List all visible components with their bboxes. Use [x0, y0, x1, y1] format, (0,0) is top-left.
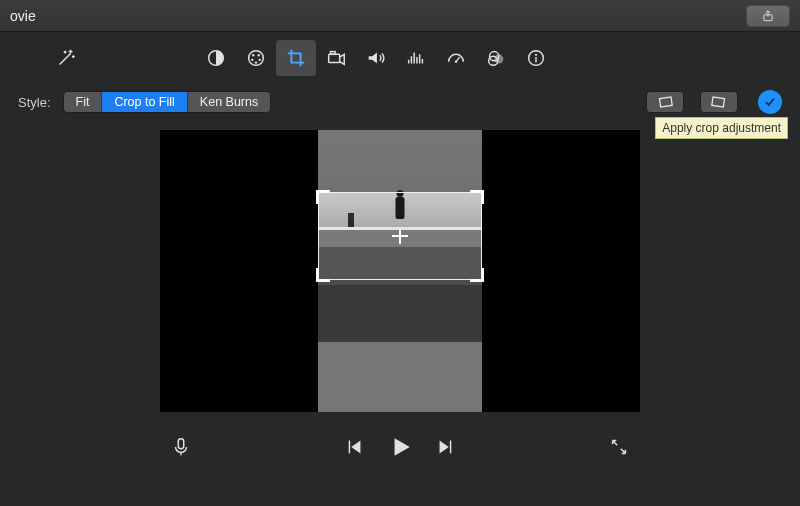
voiceover-button[interactable]	[170, 436, 192, 458]
microphone-icon	[170, 436, 192, 458]
overlap-circles-icon	[485, 47, 507, 69]
speed-button[interactable]	[436, 40, 476, 76]
svg-point-10	[455, 60, 457, 62]
titlebar: ovie	[0, 0, 800, 32]
adjustments-toolbar	[0, 32, 800, 84]
camera-icon	[325, 47, 347, 69]
crop-button[interactable]	[276, 40, 316, 76]
crop-rectangle[interactable]	[318, 192, 482, 280]
magic-wand-button[interactable]	[46, 40, 86, 76]
svg-point-3	[252, 54, 254, 56]
filters-button[interactable]	[476, 40, 516, 76]
svg-point-15	[535, 54, 537, 56]
crop-center-crosshair	[392, 228, 408, 244]
style-label: Style:	[18, 95, 51, 110]
crop-icon	[285, 47, 307, 69]
info-button[interactable]	[516, 40, 556, 76]
rotate-cw-button[interactable]	[700, 91, 738, 113]
rotate-ccw-icon	[655, 95, 675, 109]
fullscreen-button[interactable]	[608, 436, 630, 458]
crop-handle-bottom-left[interactable]	[316, 268, 330, 282]
skip-back-button[interactable]	[343, 436, 365, 458]
svg-rect-17	[712, 97, 725, 107]
checkmark-icon	[763, 95, 777, 109]
svg-rect-16	[659, 97, 672, 107]
svg-rect-8	[329, 54, 340, 62]
stabilize-button[interactable]	[316, 40, 356, 76]
style-option-fit[interactable]: Fit	[64, 92, 103, 112]
svg-rect-9	[331, 52, 336, 55]
crop-handle-top-left[interactable]	[316, 190, 330, 204]
svg-point-6	[258, 59, 260, 61]
svg-point-5	[251, 59, 253, 61]
play-icon	[387, 434, 413, 460]
magic-wand-icon	[55, 47, 77, 69]
skip-back-icon	[343, 436, 365, 458]
play-button[interactable]	[387, 434, 413, 460]
speedometer-icon	[445, 47, 467, 69]
style-option-crop-to-fill[interactable]: Crop to Fill	[102, 92, 187, 112]
svg-rect-18	[178, 439, 184, 449]
rotate-ccw-button[interactable]	[646, 91, 684, 113]
share-button[interactable]	[746, 5, 790, 27]
share-icon	[761, 9, 775, 23]
eq-button[interactable]	[396, 40, 436, 76]
apply-tooltip: Apply crop adjustment	[655, 117, 788, 139]
skip-forward-icon	[435, 436, 457, 458]
svg-point-12	[494, 54, 503, 63]
crop-handle-top-right[interactable]	[470, 190, 484, 204]
color-palette-icon	[245, 47, 267, 69]
window-title: ovie	[10, 8, 36, 24]
crop-handle-bottom-right[interactable]	[470, 268, 484, 282]
speaker-icon	[365, 47, 387, 69]
equalizer-icon	[405, 47, 427, 69]
expand-arrows-icon	[608, 436, 630, 458]
svg-point-7	[255, 61, 257, 63]
rotate-cw-icon	[709, 95, 729, 109]
color-balance-icon	[205, 47, 227, 69]
video-preview[interactable]	[160, 130, 640, 412]
style-segmented-control: Fit Crop to Fill Ken Burns	[63, 91, 272, 113]
apply-crop-button[interactable]: Apply crop adjustment	[758, 90, 782, 114]
color-correct-button[interactable]	[236, 40, 276, 76]
color-balance-button[interactable]	[196, 40, 236, 76]
style-option-ken-burns[interactable]: Ken Burns	[188, 92, 270, 112]
svg-point-4	[258, 54, 260, 56]
info-icon	[525, 47, 547, 69]
volume-button[interactable]	[356, 40, 396, 76]
crop-style-row: Style: Fit Crop to Fill Ken Burns Apply …	[0, 84, 800, 120]
playback-controls	[0, 422, 800, 472]
skip-forward-button[interactable]	[435, 436, 457, 458]
